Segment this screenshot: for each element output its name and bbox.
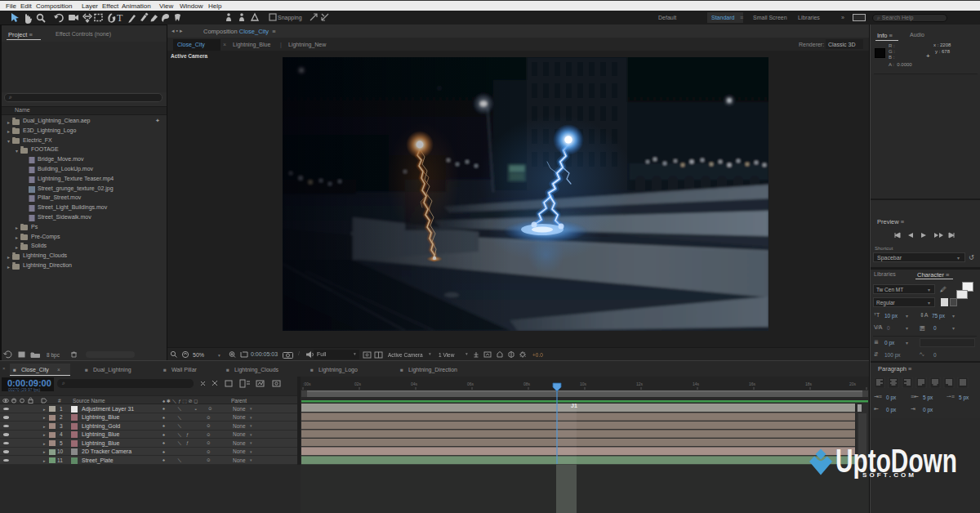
svg-text:T: T: [117, 12, 123, 24]
svg-text:18s: 18s: [805, 381, 813, 386]
svg-text:▾: ▾: [218, 353, 220, 358]
svg-text:14s: 14s: [693, 381, 700, 386]
svg-text:12s: 12s: [636, 381, 644, 386]
svg-text:08s: 08s: [523, 381, 531, 386]
svg-text::00s: :00s: [303, 381, 311, 386]
svg-text:02s: 02s: [354, 381, 362, 386]
svg-text:20s: 20s: [849, 381, 857, 386]
svg-text:#: #: [58, 398, 61, 404]
svg-text:J1: J1: [571, 403, 577, 408]
svg-text:10s: 10s: [580, 381, 587, 386]
svg-text:04s: 04s: [411, 381, 418, 386]
svg-text:16s: 16s: [749, 381, 756, 386]
svg-text:SOFT.COM: SOFT.COM: [862, 471, 916, 479]
svg-text:06s: 06s: [467, 381, 474, 386]
svg-text:50%: 50%: [193, 352, 204, 358]
